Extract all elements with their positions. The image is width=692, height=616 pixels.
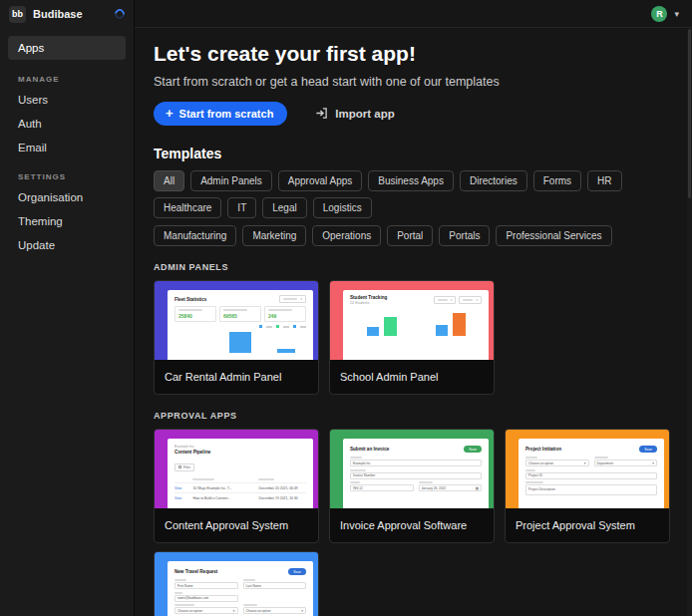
sidebar-item-update[interactable]: Update <box>0 233 134 257</box>
sidebar-item-auth[interactable]: Auth <box>0 112 134 136</box>
chart-bar <box>384 317 397 336</box>
filter-chips-row-1: All Admin Panels Approval Apps Business … <box>154 170 672 218</box>
template-card-label: Content Approval System <box>155 508 318 542</box>
mock-input: name@budibase.com <box>174 595 238 602</box>
filter-chip-all[interactable]: All <box>154 170 184 191</box>
sidebar-item-users[interactable]: Users <box>0 88 134 112</box>
sidebar-item-email[interactable]: Email <box>0 136 134 159</box>
mock-save-button: Save <box>464 446 482 453</box>
filter-chip-operations[interactable]: Operations <box>312 225 381 246</box>
thumb-title: Submit an Invoice <box>350 447 389 452</box>
filter-chip-marketing[interactable]: Marketing <box>242 225 306 246</box>
template-card-travel-approval[interactable]: New Travel Request Save First Name <box>154 551 319 616</box>
import-app-button[interactable]: Import app <box>315 107 394 122</box>
budibase-logo-icon[interactable]: bb <box>9 6 26 23</box>
sidebar-item-theming[interactable]: Theming <box>0 209 134 233</box>
sidebar-header: bb Budibase <box>0 0 134 28</box>
thumb-title: New Travel Request <box>174 569 217 574</box>
start-from-scratch-button[interactable]: + Start from scratch <box>154 102 287 126</box>
chevron-down-icon[interactable]: ▾ <box>674 9 679 19</box>
template-card-school[interactable]: Student Tracking 24 Students ▾ ▾ <box>329 280 495 395</box>
template-card-content-approval[interactable]: Example Inc Content Pipeline Filter <box>154 429 319 543</box>
plus-icon: + <box>166 109 173 119</box>
mock-select: ▾ <box>434 296 457 304</box>
template-card-invoice-approval[interactable]: Submit an Invoice Save Example Inc Invoi… <box>329 429 495 543</box>
page-subtitle: Start from scratch or get a head start w… <box>154 75 672 89</box>
filter-chip-approval-apps[interactable]: Approval Apps <box>278 170 363 191</box>
top-bar: R ▾ <box>135 0 692 28</box>
stat-value: 25840 <box>178 313 212 319</box>
filter-chip-logistics[interactable]: Logistics <box>313 197 372 218</box>
mock-select: Choose an option▾ <box>525 460 589 466</box>
filter-chip-legal[interactable]: Legal <box>262 197 306 218</box>
mock-stat-cards: 25840 69565 249 <box>174 306 306 322</box>
mock-input: First Name <box>174 582 238 589</box>
mock-save-button: Save <box>639 446 657 453</box>
filter-chip-hr[interactable]: HR <box>587 170 621 191</box>
import-icon <box>315 107 328 122</box>
template-card-label: School Admin Panel <box>330 360 494 394</box>
mock-input: INV-12 <box>350 484 414 491</box>
mock-bar-chart <box>174 330 306 353</box>
sidebar-item-organisation[interactable]: Organisation <box>0 185 134 209</box>
user-avatar[interactable]: R <box>651 6 667 22</box>
filter-icon <box>178 465 181 468</box>
admin-panels-card-row: Fleet Statistics ▾ 25840 69565 249 <box>154 280 672 395</box>
section-heading-admin-panels: ADMIN PANELS <box>154 262 672 272</box>
thumb-title: Student Tracking <box>350 295 387 300</box>
thumb-title: Project Initiation <box>525 447 561 452</box>
sidebar-item-apps[interactable]: Apps <box>8 36 126 60</box>
filter-chip-it[interactable]: IT <box>227 197 256 218</box>
stat-value: 69565 <box>223 313 257 319</box>
chart-bar <box>453 313 466 336</box>
template-thumbnail: Project Initiation Save Choose an option… <box>506 430 669 508</box>
mock-table: View 10 Ways Example Inc. T... December … <box>174 475 306 502</box>
mock-input: Example Inc <box>350 460 482 466</box>
filter-chip-admin-panels[interactable]: Admin Panels <box>190 170 272 191</box>
template-card-car-rental[interactable]: Fleet Statistics ▾ 25840 69565 249 <box>154 280 319 395</box>
app-window: bb Budibase Apps MANAGE Users Auth Email… <box>0 0 692 616</box>
filter-chips-row-2: Manufacturing Marketing Operations Porta… <box>154 225 672 246</box>
page-title: Let's create your first app! <box>154 42 672 66</box>
filter-chip-forms[interactable]: Forms <box>533 170 581 191</box>
sidebar-section-manage: MANAGE <box>0 62 134 88</box>
chart-bar <box>367 327 379 336</box>
template-card-label: Invoice Approval Software <box>330 508 494 542</box>
mock-input: Last Name <box>243 582 307 589</box>
mock-date-input: January 26, 2022 ▦ <box>419 484 483 491</box>
mock-textarea: Project Description <box>525 484 657 495</box>
brand-name: Budibase <box>33 8 83 20</box>
scrollbar-thumb[interactable] <box>688 29 691 198</box>
template-thumbnail: Fleet Statistics ▾ 25840 69565 249 <box>155 281 318 360</box>
mock-select: Choose an option▾ <box>243 607 307 614</box>
table-row: View How to Build a Content... December … <box>174 492 306 502</box>
template-card-project-approval[interactable]: Project Initiation Save Choose an option… <box>505 429 670 543</box>
filter-chip-portal[interactable]: Portal <box>387 225 433 246</box>
filter-chip-business-apps[interactable]: Business Apps <box>368 170 454 191</box>
scrollbar-track[interactable] <box>687 29 692 616</box>
mock-bar-chart <box>421 310 482 336</box>
chart-bar <box>436 325 448 336</box>
chart-bar <box>229 332 251 353</box>
thumb-title: Content Pipeline <box>174 450 306 455</box>
filter-chip-directories[interactable]: Directories <box>460 170 527 191</box>
filter-chip-portals[interactable]: Portals <box>439 225 490 246</box>
action-buttons: + Start from scratch Import app <box>154 102 672 126</box>
mock-select: Department▾ <box>594 460 658 466</box>
mock-input: Project ID <box>525 472 657 479</box>
mock-select: Choose an option▾ <box>174 607 238 614</box>
stat-value: 249 <box>268 313 302 319</box>
mock-select: ▾ <box>279 295 306 303</box>
sidebar-section-settings: SETTINGS <box>0 159 134 185</box>
template-card-label: Project Approval System <box>506 508 669 542</box>
filter-chip-manufacturing[interactable]: Manufacturing <box>154 225 236 246</box>
thumb-company: Example Inc <box>174 445 306 449</box>
import-app-label: Import app <box>335 108 394 120</box>
template-thumbnail: Submit an Invoice Save Example Inc Invoi… <box>330 430 494 508</box>
chart-bar <box>277 349 295 353</box>
thumb-title: Fleet Statistics <box>174 297 206 302</box>
filter-chip-professional-services[interactable]: Professional Services <box>496 225 611 246</box>
approval-apps-card-row-1: Example Inc Content Pipeline Filter <box>154 429 672 543</box>
sidebar: bb Budibase Apps MANAGE Users Auth Email… <box>0 0 135 616</box>
filter-chip-healthcare[interactable]: Healthcare <box>154 197 221 218</box>
